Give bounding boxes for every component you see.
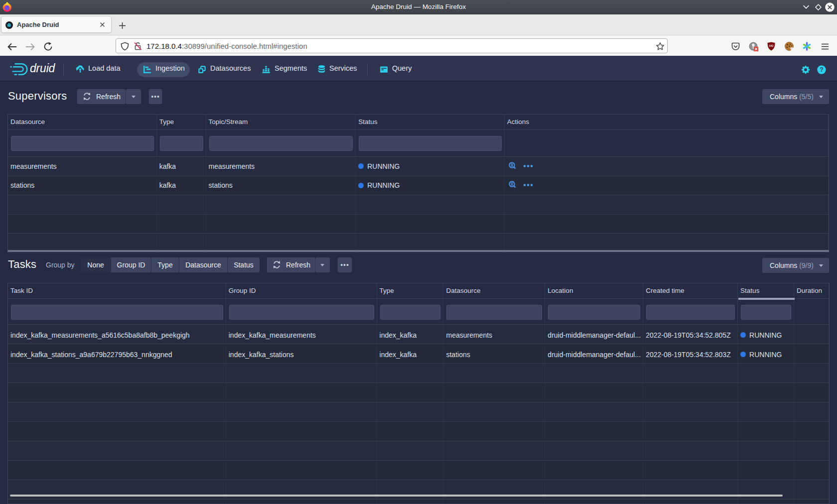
svg-text:?: ? xyxy=(820,66,823,73)
svg-text:UO: UO xyxy=(769,44,774,47)
